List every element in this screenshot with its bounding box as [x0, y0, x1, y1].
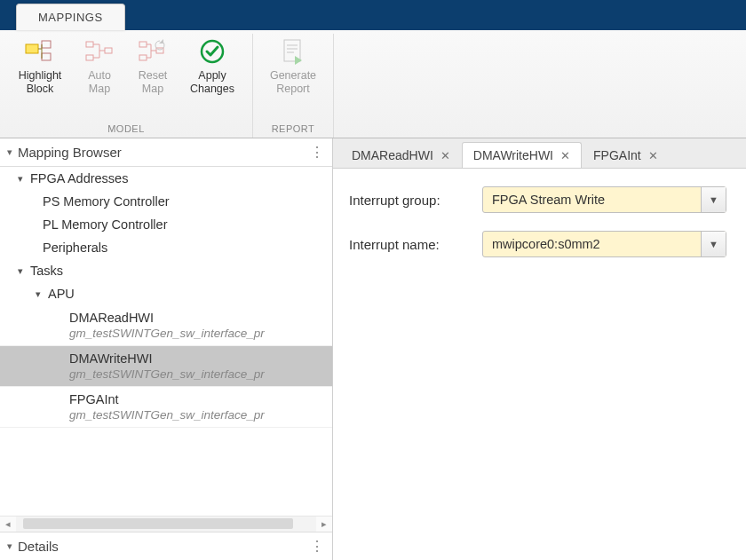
panel-title: Mapping Browser	[18, 145, 122, 160]
button-label-line2: Changes	[190, 83, 234, 96]
interrupt-group-select[interactable]: FPGA Stream Write ▼	[482, 186, 726, 213]
task-name: DMAWriteHWI	[69, 351, 152, 366]
collapse-icon: ▾	[7, 146, 12, 158]
mapping-tree: ▾ FPGA Addresses PS Memory Controller PL…	[0, 167, 332, 516]
button-label-line2: Map	[142, 83, 163, 96]
generate-report-button[interactable]: Generate Report	[260, 34, 326, 96]
auto-map-icon	[83, 37, 115, 66]
button-label-line1: Auto	[88, 69, 111, 83]
svg-rect-5	[105, 48, 112, 53]
tab-dmawritehwi[interactable]: DMAWriteHWI ✕	[462, 142, 582, 168]
tab-dmareadhwi[interactable]: DMAReadHWI ✕	[340, 142, 462, 168]
svg-rect-3	[86, 42, 93, 47]
tree-node-pl-memory[interactable]: PL Memory Controller	[0, 213, 332, 236]
ribbon-tab-mappings[interactable]: MAPPINGS	[16, 4, 125, 30]
ribbon-tab-label: MAPPINGS	[38, 11, 103, 24]
ribbon-group-report: Generate Report REPORT	[253, 34, 334, 138]
generate-report-icon	[277, 37, 309, 66]
task-row-dmareadhwi[interactable]: DMAReadHWI gm_testSWINTGen_sw_interface_…	[0, 305, 332, 346]
chevron-down-icon: ▼	[701, 187, 726, 212]
apply-changes-icon	[196, 37, 228, 66]
highlight-block-icon	[24, 37, 56, 66]
select-value: FPGA Stream Write	[483, 193, 701, 207]
svg-rect-4	[86, 55, 93, 60]
expand-icon: ▾	[18, 173, 30, 185]
task-name: FPGAInt	[69, 392, 119, 406]
document-tabstrip: DMAReadHWI ✕ DMAWriteHWI ✕ FPGAInt ✕	[333, 138, 746, 169]
tree-label: PL Memory Controller	[43, 217, 167, 232]
svg-rect-1	[42, 41, 51, 48]
task-row-fpgaint[interactable]: FPGAInt gm_testSWINTGen_sw_interface_pr	[0, 387, 332, 428]
tree-node-tasks[interactable]: ▾ Tasks	[0, 259, 332, 282]
button-label-line2: Block	[27, 83, 54, 96]
task-row-dmawritehwi[interactable]: DMAWriteHWI gm_testSWINTGen_sw_interface…	[0, 346, 332, 387]
interrupt-name-label: Interrupt name:	[349, 237, 482, 252]
svg-rect-2	[42, 53, 51, 60]
interrupt-group-label: Interrupt group:	[349, 193, 482, 208]
svg-rect-6	[139, 42, 147, 47]
panel-menu-icon[interactable]: ⋮	[310, 144, 325, 161]
main-area: ▾ Mapping Browser ⋮ ▾ FPGA Addresses PS …	[0, 138, 746, 560]
interrupt-group-row: Interrupt group: FPGA Stream Write ▼	[349, 186, 730, 213]
panel-menu-icon[interactable]: ⋮	[310, 538, 325, 555]
tab-fpgaint[interactable]: FPGAInt ✕	[582, 142, 670, 168]
expand-icon: ▾	[18, 265, 30, 277]
button-label-line1: Reset	[139, 69, 168, 83]
tree-node-peripherals[interactable]: Peripherals	[0, 236, 332, 259]
collapse-icon: ▾	[7, 540, 12, 552]
button-label-line1: Apply	[198, 69, 226, 83]
tab-label: DMAReadHWI	[352, 148, 433, 162]
tab-label: DMAWriteHWI	[473, 148, 553, 162]
task-subtitle: gm_testSWINTGen_sw_interface_pr	[69, 408, 265, 422]
scroll-left-icon[interactable]: ◂	[0, 518, 16, 530]
interrupt-name-row: Interrupt name: mwipcore0:s0mm2 ▼	[349, 231, 730, 257]
task-subtitle: gm_testSWINTGen_sw_interface_pr	[69, 327, 265, 340]
tree-node-ps-memory[interactable]: PS Memory Controller	[0, 190, 332, 213]
interrupt-name-select[interactable]: mwipcore0:s0mm2 ▼	[482, 231, 726, 257]
task-name: DMAReadHWI	[69, 311, 154, 325]
button-label-line1: Generate	[270, 69, 316, 83]
tree-label: APU	[48, 287, 75, 301]
scroll-track[interactable]	[16, 517, 316, 532]
button-label-line1: Highlight	[19, 69, 62, 83]
tree-node-fpga-addresses[interactable]: ▾ FPGA Addresses	[0, 167, 332, 190]
tree-label: PS Memory Controller	[43, 194, 170, 209]
ribbon-group-label: REPORT	[272, 123, 315, 134]
details-header[interactable]: ▾ Details ⋮	[0, 532, 332, 560]
svg-rect-0	[26, 44, 38, 53]
task-subtitle: gm_testSWINTGen_sw_interface_pr	[69, 367, 265, 381]
tab-label: FPGAInt	[593, 148, 641, 162]
button-label-line2: Map	[89, 83, 110, 96]
left-pane: ▾ Mapping Browser ⋮ ▾ FPGA Addresses PS …	[0, 138, 333, 560]
auto-map-button[interactable]: Auto Map	[73, 34, 126, 96]
close-icon[interactable]: ✕	[440, 149, 450, 162]
ribbon: Highlight Block Auto Map	[0, 30, 746, 138]
tree-label: Tasks	[30, 264, 63, 278]
button-label-line2: Report	[276, 83, 310, 96]
expand-icon: ▾	[36, 288, 48, 300]
tree-label: Peripherals	[43, 241, 107, 255]
panel-title: Details	[18, 539, 59, 554]
svg-rect-7	[139, 55, 147, 60]
close-icon[interactable]: ✕	[648, 149, 658, 162]
mapping-browser-header[interactable]: ▾ Mapping Browser ⋮	[0, 138, 332, 167]
close-icon[interactable]: ✕	[560, 149, 570, 162]
scroll-right-icon[interactable]: ▸	[316, 518, 332, 530]
ribbon-group-label: MODEL	[107, 123, 145, 134]
chevron-down-icon: ▼	[701, 232, 726, 256]
apply-changes-button[interactable]: Apply Changes	[179, 34, 245, 96]
right-pane: DMAReadHWI ✕ DMAWriteHWI ✕ FPGAInt ✕ Int…	[333, 138, 746, 560]
reset-map-icon	[137, 37, 169, 66]
interrupt-form: Interrupt group: FPGA Stream Write ▼ Int…	[333, 169, 746, 293]
reset-map-button[interactable]: Reset Map	[126, 34, 179, 96]
select-value: mwipcore0:s0mm2	[483, 237, 701, 251]
highlight-block-button[interactable]: Highlight Block	[7, 34, 73, 96]
app-header-strip: MAPPINGS	[0, 0, 746, 30]
horizontal-scrollbar[interactable]: ◂ ▸	[0, 516, 332, 532]
scroll-thumb[interactable]	[23, 518, 293, 529]
ribbon-group-model: Highlight Block Auto Map	[0, 34, 253, 138]
tree-label: FPGA Addresses	[30, 171, 128, 185]
tree-node-apu[interactable]: ▾ APU	[0, 282, 332, 305]
